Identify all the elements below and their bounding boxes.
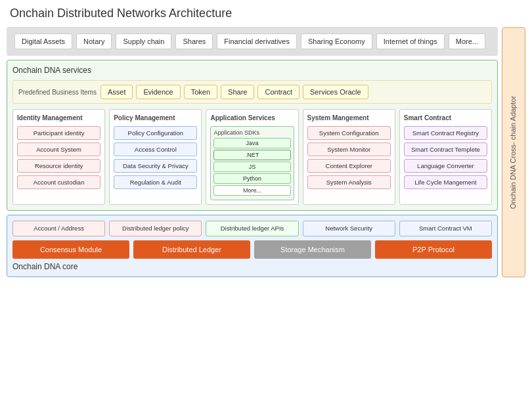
core-top-row: Account / Address Distributed ledger pol… xyxy=(12,221,492,236)
storage-mechanism-btn[interactable]: Storage Mechanism xyxy=(254,240,371,259)
smart-contract-vm: Smart Contract VM xyxy=(399,221,492,236)
more-sdk-item: More... xyxy=(213,185,290,196)
application-services-col: Application Services Application SDKs Ja… xyxy=(206,109,298,205)
system-analysis: System Analysis xyxy=(307,175,391,189)
application-services-title: Application Services xyxy=(210,114,294,122)
use-case-item: More... xyxy=(449,33,485,49)
services-columns: Identity Management Participant identity… xyxy=(12,109,492,205)
use-case-item: Sharing Economy xyxy=(301,33,372,49)
predefined-business-item: Asset xyxy=(100,85,133,99)
lifecycle-management: Life Cycle Mangement xyxy=(404,175,487,189)
use-case-item: Notary xyxy=(76,33,112,49)
predefined-business-item: Evidence xyxy=(136,85,180,99)
regulation-audit: Regulation & Audit xyxy=(114,175,197,189)
dna-core-title: Onchain DNA core xyxy=(12,262,492,271)
predefined-label: Predefined Business Items xyxy=(18,88,97,97)
account-custodian: Account custodian xyxy=(17,175,100,189)
main-layout: Digital AssetsNotarySupply chainSharesFi… xyxy=(7,27,525,277)
js-item: JS xyxy=(213,162,290,172)
predefined-items: AssetEvidenceTokenShareContractServices … xyxy=(100,85,368,99)
access-control: Access Control xyxy=(114,143,197,156)
predefined-business-item: Services Oracle xyxy=(303,85,368,99)
identity-management-col: Identity Management Participant identity… xyxy=(12,109,105,205)
app-services-inner: Application SDKs Java .NET JS Python Mor… xyxy=(210,126,294,200)
policy-management-title: Policy Management xyxy=(114,114,197,122)
smart-contract-template: Smart Contract Templete xyxy=(404,143,487,156)
predefined-business-item: Token xyxy=(184,85,217,99)
smart-contract-col: Smart Contract Smart Contract Registry S… xyxy=(399,109,492,205)
dna-services-section: Onchain DNA services Predefined Business… xyxy=(7,60,498,211)
page-title: Onchain Distributed Networks Architectur… xyxy=(7,7,525,20)
resource-identity: Resource identity xyxy=(17,159,100,173)
distributed-ledger-apis: Distributed ledger APIs xyxy=(206,221,298,236)
java-item: Java xyxy=(213,138,290,148)
policy-configuration: Policy Configuration xyxy=(114,126,197,140)
participant-identity: Participant identity xyxy=(17,126,100,140)
account-system: Account System xyxy=(17,143,100,156)
data-security-privacy: Data Security & Privacy xyxy=(114,159,197,173)
use-case-item: Shares xyxy=(175,33,213,49)
distributed-ledger-policy: Distributed ledger policy xyxy=(109,221,202,236)
python-item: Python xyxy=(213,173,290,184)
adaptor-bar: Onchain DNA Cross- chain Adaptor xyxy=(502,27,525,277)
system-configuration: System Configuration xyxy=(307,126,391,140)
use-case-item: Digital Assets xyxy=(14,33,72,49)
use-cases-bar: Digital AssetsNotarySupply chainSharesFi… xyxy=(7,27,498,56)
predefined-row: Predefined Business Items AssetEvidenceT… xyxy=(12,80,492,104)
account-address: Account / Address xyxy=(12,221,105,236)
use-case-item: Supply chain xyxy=(116,33,171,49)
predefined-business-item: Share xyxy=(221,85,254,99)
content-explorer: Content Explorer xyxy=(307,159,391,173)
identity-management-title: Identity Management xyxy=(17,114,100,122)
consensus-module-btn[interactable]: Consensus Module xyxy=(12,240,129,259)
system-management-title: System Mangement xyxy=(307,114,391,122)
language-converter: Language Converter xyxy=(404,159,487,173)
application-sdks-label: Application SDKs xyxy=(213,129,290,136)
predefined-business-item: Contract xyxy=(257,85,299,99)
net-item: .NET xyxy=(213,150,290,160)
network-security: Network Security xyxy=(303,221,395,236)
use-case-item: Internet of things xyxy=(376,33,445,49)
dna-services-title: Onchain DNA services xyxy=(12,66,492,75)
policy-management-col: Policy Management Policy Configuration A… xyxy=(109,109,202,205)
smart-contract-title: Smart Contract xyxy=(404,114,487,122)
distributed-ledger-btn[interactable]: Distributed Ledger xyxy=(133,240,250,259)
use-case-item: Financial derivatives xyxy=(217,33,297,49)
smart-contract-registry: Smart Contract Registry xyxy=(404,126,487,140)
dna-core-section: Account / Address Distributed ledger pol… xyxy=(7,215,498,277)
system-monitor: System Monitor xyxy=(307,143,391,156)
main-content: Digital AssetsNotarySupply chainSharesFi… xyxy=(7,27,498,277)
system-management-col: System Mangement System Configuration Sy… xyxy=(303,109,395,205)
core-bottom-row: Consensus Module Distributed Ledger Stor… xyxy=(12,240,492,259)
p2p-protocol-btn[interactable]: P2P Protocol xyxy=(375,240,492,259)
